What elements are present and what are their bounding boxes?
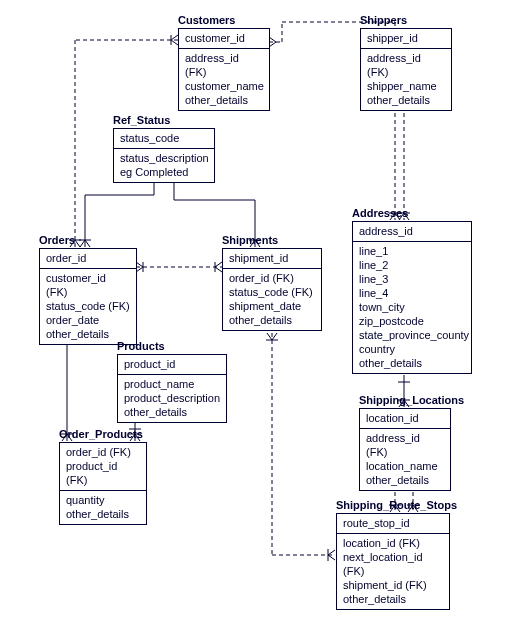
- pk-section: status_code: [114, 129, 214, 149]
- attr: line_3: [359, 272, 465, 286]
- entity-title-addresses: Addresses: [352, 207, 408, 219]
- attr: country: [359, 342, 465, 356]
- attrs-section: quantity other_details: [60, 491, 146, 524]
- attr: other_details: [185, 93, 263, 107]
- attr: eg Completed: [120, 165, 208, 179]
- attrs-section: address_id (FK) customer_name other_deta…: [179, 49, 269, 110]
- pk-section: order_id (FK) product_id (FK): [60, 443, 146, 491]
- attr: address_id (FK): [185, 51, 263, 79]
- entity-orderproducts: order_id (FK) product_id (FK) quantity o…: [59, 442, 147, 525]
- entity-shippers: shipper_id address_id (FK) shipper_name …: [360, 28, 452, 111]
- pk-section: order_id: [40, 249, 136, 269]
- entity-title-shippers: Shippers: [360, 14, 407, 26]
- attrs-section: order_id (FK) status_code (FK) shipment_…: [223, 269, 321, 330]
- pk-section: product_id: [118, 355, 226, 375]
- attr: product_name: [124, 377, 220, 391]
- attr: other_details: [366, 473, 444, 487]
- attr: other_details: [66, 507, 140, 521]
- attr: order_id (FK): [66, 445, 140, 459]
- attr: order_id: [46, 251, 130, 265]
- attr: next_location_id (FK): [343, 550, 443, 578]
- attr: location_id: [366, 411, 444, 425]
- entity-refstatus: status_code status_description eg Comple…: [113, 128, 215, 183]
- attrs-section: line_1 line_2 line_3 line_4 town_city zi…: [353, 242, 471, 373]
- entity-title-products: Products: [117, 340, 165, 352]
- attr: line_4: [359, 286, 465, 300]
- pk-section: shipper_id: [361, 29, 451, 49]
- entity-customers: customer_id address_id (FK) customer_nam…: [178, 28, 270, 111]
- attr: other_details: [46, 327, 130, 341]
- attr: route_stop_id: [343, 516, 443, 530]
- attr: customer_name: [185, 79, 263, 93]
- entity-addresses: address_id line_1 line_2 line_3 line_4 t…: [352, 221, 472, 374]
- attr: other_details: [229, 313, 315, 327]
- attrs-section: customer_id (FK) status_code (FK) order_…: [40, 269, 136, 344]
- pk-section: shipment_id: [223, 249, 321, 269]
- entity-title-customers: Customers: [178, 14, 235, 26]
- attr: customer_id: [185, 31, 263, 45]
- attr: product_id: [124, 357, 220, 371]
- attr: shipper_name: [367, 79, 445, 93]
- pk-section: route_stop_id: [337, 514, 449, 534]
- attr: shipment_date: [229, 299, 315, 313]
- entity-title-orderproducts: Order_Products: [59, 428, 143, 440]
- attr: line_1: [359, 244, 465, 258]
- attr: status_code (FK): [229, 285, 315, 299]
- attr: shipment_id (FK): [343, 578, 443, 592]
- attr: location_name: [366, 459, 444, 473]
- entity-orders: order_id customer_id (FK) status_code (F…: [39, 248, 137, 345]
- attr: product_id (FK): [66, 459, 140, 487]
- attrs-section: product_name product_description other_d…: [118, 375, 226, 422]
- attrs-section: status_description eg Completed: [114, 149, 214, 182]
- attr: product_description: [124, 391, 220, 405]
- attr: zip_postcode: [359, 314, 465, 328]
- pk-section: location_id: [360, 409, 450, 429]
- attr: other_details: [359, 356, 465, 370]
- attr: state_province_county: [359, 328, 465, 342]
- entity-title-routestops: Shipping_Route_Stops: [336, 499, 457, 511]
- entity-title-shiplocs: Shipping_Locations: [359, 394, 464, 406]
- entity-title-shipments: Shipments: [222, 234, 278, 246]
- entity-routestops: route_stop_id location_id (FK) next_loca…: [336, 513, 450, 610]
- attr: status_code (FK): [46, 299, 130, 313]
- attr: shipper_id: [367, 31, 445, 45]
- attr: customer_id (FK): [46, 271, 130, 299]
- attr: address_id: [359, 224, 465, 238]
- pk-section: address_id: [353, 222, 471, 242]
- pk-section: customer_id: [179, 29, 269, 49]
- attr: address_id (FK): [367, 51, 445, 79]
- attr: status_code: [120, 131, 208, 145]
- entity-title-refstatus: Ref_Status: [113, 114, 170, 126]
- attr: other_details: [124, 405, 220, 419]
- attr: other_details: [367, 93, 445, 107]
- attr: line_2: [359, 258, 465, 272]
- attr: town_city: [359, 300, 465, 314]
- attr: other_details: [343, 592, 443, 606]
- attrs-section: address_id (FK) shipper_name other_detai…: [361, 49, 451, 110]
- entity-products: product_id product_name product_descript…: [117, 354, 227, 423]
- attr: address_id (FK): [366, 431, 444, 459]
- attr: location_id (FK): [343, 536, 443, 550]
- attr: order_date: [46, 313, 130, 327]
- attr: shipment_id: [229, 251, 315, 265]
- attr: status_description: [120, 151, 208, 165]
- entity-title-orders: Orders: [39, 234, 75, 246]
- entity-shipments: shipment_id order_id (FK) status_code (F…: [222, 248, 322, 331]
- attrs-section: location_id (FK) next_location_id (FK) s…: [337, 534, 449, 609]
- attr: order_id (FK): [229, 271, 315, 285]
- entity-shiplocs: location_id address_id (FK) location_nam…: [359, 408, 451, 491]
- attrs-section: address_id (FK) location_name other_deta…: [360, 429, 450, 490]
- attr: quantity: [66, 493, 140, 507]
